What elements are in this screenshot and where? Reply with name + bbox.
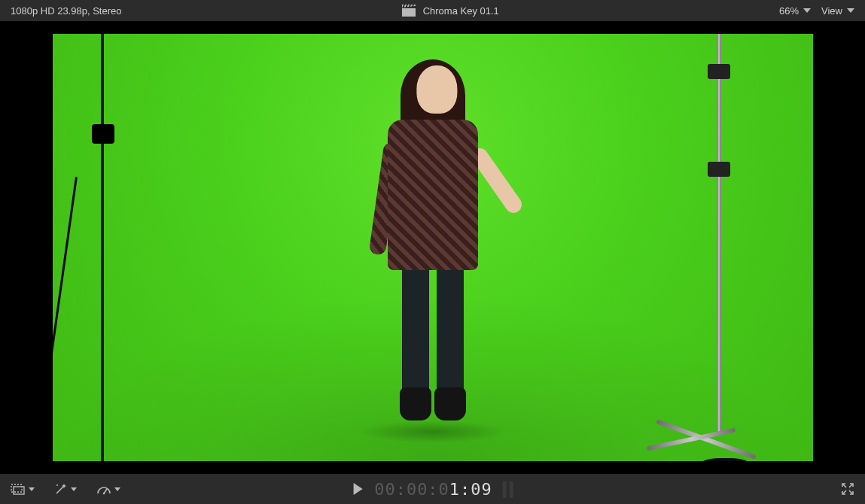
transform-menu[interactable] [11, 483, 35, 495]
viewer-canvas[interactable] [53, 34, 813, 461]
transport-controls: 00:00:01:09 [352, 480, 513, 499]
zoom-menu[interactable]: 66% [779, 5, 811, 17]
svg-line-14 [849, 490, 852, 493]
audio-meter-bar [503, 481, 507, 498]
viewer-area [0, 21, 865, 474]
viewer-bottombar: 00:00:01:09 [0, 474, 865, 504]
svg-point-11 [103, 493, 105, 495]
timecode-display[interactable]: 00:00:01:09 [374, 480, 492, 499]
svg-line-15 [843, 490, 846, 493]
viewer-topbar: 1080p HD 23.98p, Stereo Chroma Key 01.1 … [0, 0, 865, 21]
chevron-down-icon [114, 487, 120, 491]
audio-meters[interactable] [503, 480, 513, 498]
enhance-menu[interactable] [54, 482, 77, 496]
svg-rect-0 [402, 8, 416, 17]
svg-line-8 [56, 486, 64, 493]
audio-meter-bar [510, 481, 513, 498]
view-menu[interactable]: View [821, 5, 854, 17]
speedometer-icon [96, 483, 111, 495]
svg-line-12 [843, 484, 846, 487]
c-stand-right [646, 34, 766, 461]
timecode-dim: 00:00:0 [374, 480, 449, 499]
play-button[interactable] [352, 482, 364, 496]
zoom-label: 66% [779, 5, 799, 17]
svg-rect-7 [14, 487, 24, 494]
retime-menu[interactable] [96, 483, 120, 495]
svg-line-13 [849, 484, 852, 487]
subject-person [369, 59, 497, 451]
chevron-down-icon [847, 8, 854, 13]
title-area: Chroma Key 01.1 [121, 5, 779, 17]
fullscreen-button[interactable] [841, 482, 854, 496]
format-label: 1080p HD 23.98p, Stereo [11, 5, 121, 17]
viewer-window: 1080p HD 23.98p, Stereo Chroma Key 01.1 … [0, 0, 865, 504]
clapperboard-icon [402, 5, 416, 17]
svg-point-9 [56, 484, 58, 486]
chevron-down-icon [29, 487, 35, 491]
chevron-down-icon [803, 8, 811, 13]
transform-crop-icon [11, 483, 26, 495]
c-stand-left [90, 34, 120, 461]
magic-wand-icon [54, 482, 68, 496]
project-title: Chroma Key 01.1 [423, 5, 499, 17]
chevron-down-icon [71, 487, 77, 491]
view-label: View [821, 5, 842, 17]
timecode-bright: 1:09 [449, 480, 492, 499]
svg-rect-6 [11, 484, 22, 492]
